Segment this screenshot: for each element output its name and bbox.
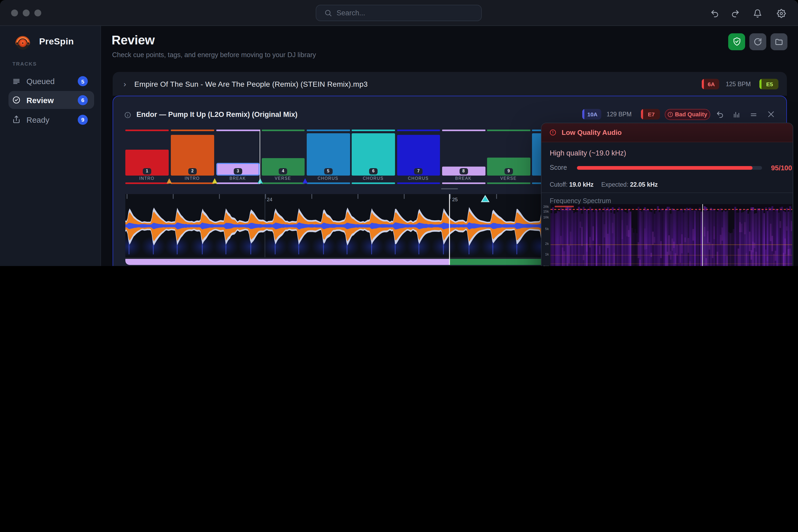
svg-text:24: 24 [267, 196, 272, 202]
svg-text:25: 25 [452, 196, 458, 202]
